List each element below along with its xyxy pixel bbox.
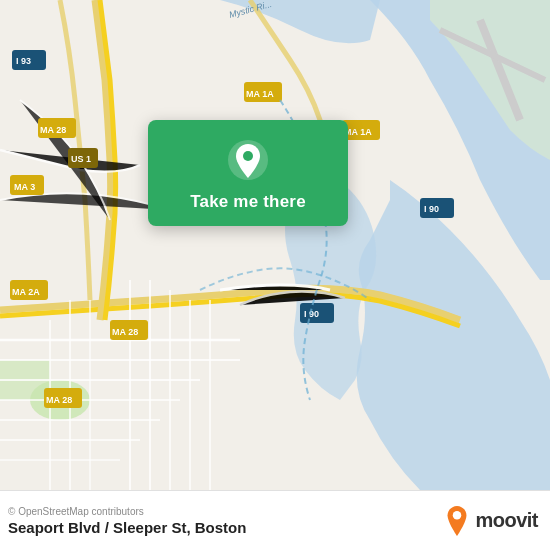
svg-text:MA 28: MA 28 <box>40 125 66 135</box>
location-name-text: Seaport Blvd / Sleeper St, Boston <box>8 519 246 536</box>
svg-text:MA 28: MA 28 <box>112 327 138 337</box>
map-svg: I 93 I 90 I 90 MA 1A MA 1A MA 28 MA 28 M… <box>0 0 550 490</box>
moovit-logo: moovit <box>443 504 538 538</box>
svg-text:MA 1A: MA 1A <box>344 127 372 137</box>
moovit-brand-text: moovit <box>475 509 538 532</box>
svg-text:MA 3: MA 3 <box>14 182 35 192</box>
svg-text:I 90: I 90 <box>424 204 439 214</box>
moovit-pin-icon <box>443 504 471 538</box>
cta-label: Take me there <box>190 192 306 212</box>
svg-text:MA 1A: MA 1A <box>246 89 274 99</box>
svg-text:MA 2A: MA 2A <box>12 287 40 297</box>
svg-text:MA 28: MA 28 <box>46 395 72 405</box>
bottom-bar: © OpenStreetMap contributors Seaport Blv… <box>0 490 550 550</box>
location-info: © OpenStreetMap contributors Seaport Blv… <box>8 506 246 536</box>
location-pin-icon <box>226 138 270 182</box>
svg-point-44 <box>243 151 253 161</box>
svg-point-45 <box>453 511 462 519</box>
svg-text:US 1: US 1 <box>71 154 91 164</box>
svg-text:I 93: I 93 <box>16 56 31 66</box>
cta-card[interactable]: Take me there <box>148 120 348 226</box>
map-view[interactable]: I 93 I 90 I 90 MA 1A MA 1A MA 28 MA 28 M… <box>0 0 550 490</box>
attribution-text: © OpenStreetMap contributors <box>8 506 246 517</box>
